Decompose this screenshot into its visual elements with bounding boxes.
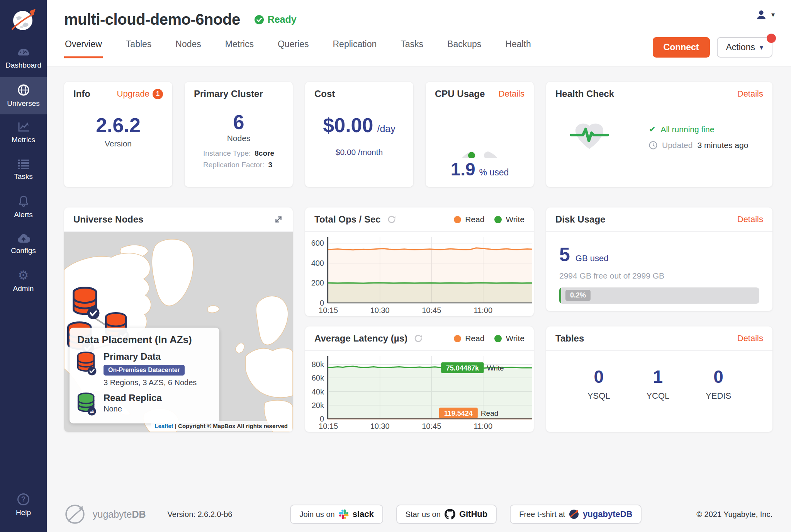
svg-text:Write: Write — [487, 364, 504, 372]
nodes-label: Nodes — [227, 134, 251, 143]
tab-nodes[interactable]: Nodes — [175, 34, 202, 58]
sidebar-item-label: Universes — [7, 99, 39, 108]
sidebar-item-metrics[interactable]: Metrics — [0, 114, 47, 151]
github-icon — [445, 509, 455, 520]
planet-rocket-icon — [9, 6, 38, 34]
svg-text:10:30: 10:30 — [370, 422, 390, 430]
slack-button[interactable]: Join us on slack — [290, 505, 383, 524]
heartbeat-icon — [570, 120, 609, 154]
health-details-link[interactable]: Details — [737, 89, 763, 99]
tab-overview[interactable]: Overview — [64, 34, 103, 58]
svg-text:400: 400 — [311, 259, 324, 267]
yedis-label: YEDIS — [706, 391, 731, 401]
nodes-count: 6 — [233, 112, 244, 133]
replica-db-icon: ⇄ — [77, 393, 97, 416]
sidebar: Dashboard Universes Metrics — [0, 0, 47, 532]
updated-label: Updated — [662, 141, 693, 150]
svg-text:Read: Read — [481, 409, 498, 417]
world-map[interactable]: Data Placement (In AZs) — [64, 232, 293, 432]
tab-backups[interactable]: Backups — [446, 34, 482, 58]
info-card: Info Upgrade 1 2.6.2 Version — [64, 82, 172, 187]
card-title: CPU Usage — [435, 88, 485, 99]
connect-button[interactable]: Connect — [653, 37, 710, 58]
expand-icon[interactable] — [273, 214, 283, 224]
cost-card: Cost $0.00 /day $0.00 /month — [305, 82, 413, 187]
primary-db-icon — [77, 351, 97, 377]
instance-type-value: 8core — [255, 149, 274, 157]
card-title: Total Ops / Sec — [314, 214, 381, 225]
yugabyte-mini-icon — [569, 509, 579, 519]
tables-details-link[interactable]: Details — [737, 333, 763, 343]
disk-free-text: 2994 GB free out of 2999 GB — [559, 271, 759, 280]
card-title: Health Check — [555, 88, 614, 99]
cpu-gauge — [451, 112, 509, 158]
avg-latency-card: Average Latency (µs) Read Write 020k40k6… — [305, 326, 534, 432]
updated-value: 3 minutes ago — [697, 141, 748, 150]
chart-legend: Read Write — [454, 215, 525, 224]
tab-health[interactable]: Health — [504, 34, 531, 58]
refresh-icon[interactable] — [414, 334, 423, 343]
svg-text:⇄: ⇄ — [90, 409, 94, 415]
sidebar-item-label: Help — [16, 508, 31, 517]
universe-nodes-card: Universe Nodes — [64, 207, 293, 432]
gear-icon: ⚙ — [18, 270, 29, 281]
ysql-count: 0 — [594, 366, 604, 387]
yugabyte-logo[interactable] — [0, 0, 47, 40]
list-icon — [18, 159, 29, 169]
yugabyte-footer-logo — [64, 503, 86, 525]
tab-metrics[interactable]: Metrics — [224, 34, 255, 58]
actions-button[interactable]: Actions ▾ — [717, 37, 772, 58]
sidebar-item-help[interactable]: ? Help — [0, 486, 47, 524]
user-menu[interactable]: ▾ — [755, 8, 775, 21]
speedometer-icon — [17, 48, 30, 58]
slack-prefix: Join us on — [299, 510, 334, 519]
github-button[interactable]: Star us on GitHub — [396, 505, 497, 524]
version-label: Version — [105, 139, 132, 148]
write-legend-dot — [494, 335, 502, 342]
upgrade-link[interactable]: Upgrade 1 — [117, 89, 163, 99]
total-ops-card: Total Ops / Sec Read Write 020040060010:… — [305, 207, 534, 316]
sidebar-item-admin[interactable]: ⚙ Admin — [0, 263, 47, 300]
tab-tables[interactable]: Tables — [125, 34, 152, 58]
tshirt-button[interactable]: Free t-shirt at yugabyteDB — [510, 505, 642, 524]
card-title: Universe Nodes — [73, 214, 143, 225]
svg-text:20k: 20k — [312, 401, 324, 410]
svg-text:200: 200 — [311, 279, 324, 287]
svg-text:10:45: 10:45 — [422, 306, 441, 314]
instance-type-row: Instance Type:8core — [203, 149, 274, 158]
disk-usage-bar: 0.2% — [559, 287, 759, 304]
tab-queries[interactable]: Queries — [277, 34, 310, 58]
disk-used-unit: GB used — [575, 253, 609, 263]
main-area: multi-cloud-demo-6node Ready ▾ Overvie — [47, 0, 791, 532]
attribution-text: | Copyright © MapBox All rights reserved — [173, 423, 288, 429]
disk-usage-card: Disk Usage Details 5 GB used 2994 GB fre… — [546, 207, 772, 311]
replication-factor-label: Replication Factor: — [203, 161, 264, 169]
github-brand: GitHub — [459, 509, 487, 519]
svg-text:10:45: 10:45 — [422, 422, 441, 430]
cpu-unit: % used — [479, 167, 509, 178]
tab-replication[interactable]: Replication — [332, 34, 378, 58]
cost-per-day: $0.00 — [323, 115, 373, 136]
health-status-row: ✔ All running fine — [649, 124, 748, 134]
ops-per-sec-chart[interactable]: 020040060010:1510:3010:4511:00 — [305, 232, 534, 316]
sidebar-item-configs[interactable]: Configs — [0, 226, 47, 263]
tab-tasks[interactable]: Tasks — [400, 34, 424, 58]
replication-factor-value: 3 — [268, 161, 272, 169]
avg-latency-chart[interactable]: 020k40k60k80k10:1510:3010:4511:0075.0448… — [305, 351, 534, 432]
primary-data-row: Primary Data On-Premises Datacenter 3 Re… — [77, 351, 212, 387]
chevron-down-icon: ▾ — [760, 43, 763, 52]
sidebar-item-universes[interactable]: Universes — [0, 77, 47, 114]
refresh-icon[interactable] — [387, 215, 396, 224]
slack-brand: slack — [353, 509, 374, 519]
sidebar-item-label: Dashboard — [5, 61, 41, 70]
cpu-details-link[interactable]: Details — [499, 89, 525, 99]
disk-details-link[interactable]: Details — [737, 214, 763, 224]
health-check-card: Health Check Details ✔ All running fine — [546, 82, 772, 187]
sidebar-item-dashboard[interactable]: Dashboard — [0, 40, 47, 77]
bell-icon — [18, 195, 29, 207]
sidebar-item-alerts[interactable]: Alerts — [0, 189, 47, 226]
universe-header: multi-cloud-demo-6node Ready ▾ Overvie — [47, 0, 791, 66]
svg-text:10:15: 10:15 — [319, 306, 338, 314]
leaflet-link[interactable]: Leaflet — [154, 423, 173, 429]
sidebar-item-tasks[interactable]: Tasks — [0, 151, 47, 189]
